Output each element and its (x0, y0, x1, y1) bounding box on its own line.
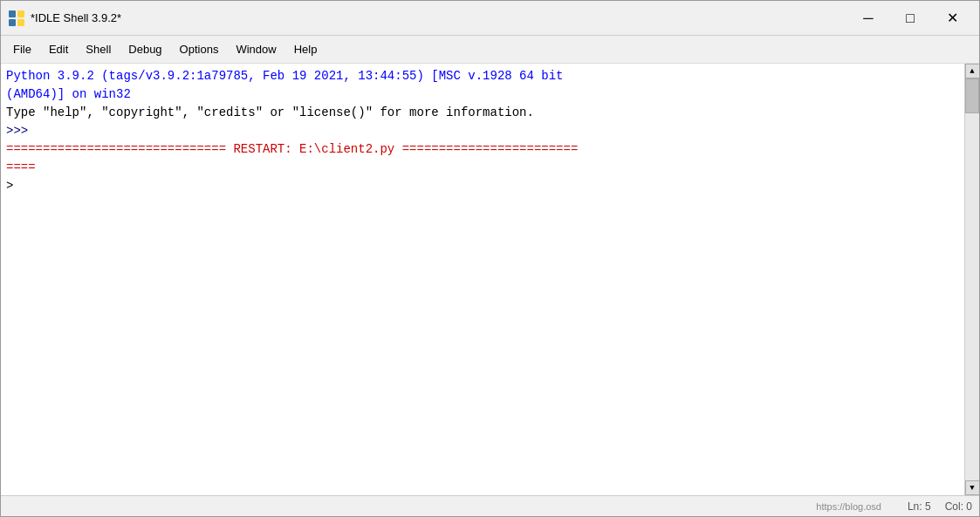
window-controls: ─ □ ✕ (848, 5, 972, 31)
status-url: https://blog.osd (8, 501, 881, 512)
minimize-button[interactable]: ─ (848, 5, 888, 31)
shell-restart-1: ============================== RESTART: … (6, 140, 959, 159)
menu-edit[interactable]: Edit (40, 39, 77, 59)
scrollbar[interactable]: ▲ ▼ (964, 64, 979, 495)
menu-help[interactable]: Help (285, 39, 326, 59)
menu-bar: File Edit Shell Debug Options Window Hel… (1, 36, 979, 64)
svg-rect-1 (17, 19, 24, 26)
title-bar: *IDLE Shell 3.9.2* ─ □ ✕ (1, 1, 979, 36)
menu-options[interactable]: Options (171, 39, 228, 59)
title-bar-left: *IDLE Shell 3.9.2* (8, 10, 121, 27)
shell-area: Python 3.9.2 (tags/v3.9.2:1a79785, Feb 1… (1, 64, 979, 495)
shell-restart-2: ==== (6, 159, 959, 177)
shell-line-2: (AMD64)] on win32 (6, 85, 959, 104)
scroll-up-button[interactable]: ▲ (965, 64, 980, 78)
menu-shell[interactable]: Shell (77, 39, 120, 59)
status-right: Ln: 5 Col: 0 (908, 500, 972, 513)
svg-rect-3 (17, 10, 24, 17)
idle-window: *IDLE Shell 3.9.2* ─ □ ✕ File Edit Shell… (0, 0, 980, 517)
window-title: *IDLE Shell 3.9.2* (31, 11, 121, 24)
shell-content[interactable]: Python 3.9.2 (tags/v3.9.2:1a79785, Feb 1… (1, 64, 964, 495)
status-col: Col: 0 (945, 500, 972, 513)
scrollbar-track[interactable] (965, 78, 979, 480)
menu-file[interactable]: File (4, 39, 40, 59)
scroll-down-button[interactable]: ▼ (965, 480, 980, 495)
menu-debug[interactable]: Debug (120, 39, 170, 59)
svg-rect-2 (9, 19, 16, 26)
shell-prompt-2: > (6, 177, 959, 195)
scrollbar-thumb[interactable] (965, 78, 979, 113)
menu-window[interactable]: Window (227, 39, 284, 59)
svg-rect-0 (9, 10, 16, 17)
shell-line-3: Type "help", "copyright", "credits" or "… (6, 104, 959, 122)
shell-prompt-1: >>> (6, 122, 959, 140)
status-bar: https://blog.osd Ln: 5 Col: 0 (1, 495, 979, 516)
close-button[interactable]: ✕ (932, 5, 972, 31)
python-icon (8, 10, 25, 27)
maximize-button[interactable]: □ (890, 5, 930, 31)
status-ln: Ln: 5 (908, 500, 931, 513)
shell-line-1: Python 3.9.2 (tags/v3.9.2:1a79785, Feb 1… (6, 67, 959, 85)
